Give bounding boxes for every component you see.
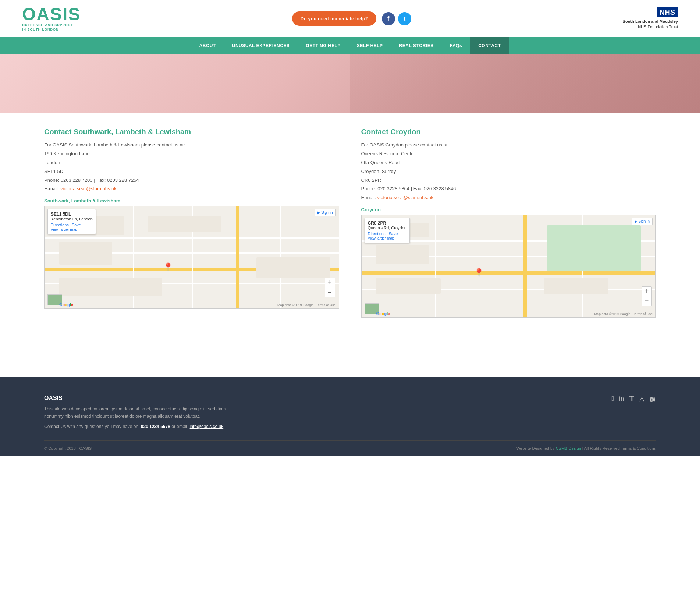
footer-phone: 020 1234 5678 xyxy=(141,424,170,429)
croydon-view-larger-link[interactable]: View larger map xyxy=(368,236,394,240)
croydon-zoom-controls: + − xyxy=(642,286,652,306)
croydon-phone: Phone: 020 3228 5864 | Fax: 020 3228 584… xyxy=(361,185,656,193)
southwark-map-link[interactable]: Southwark, Lambeth & Lewisham xyxy=(44,198,339,204)
footer-rss-icon[interactable]: ▩ xyxy=(650,395,656,403)
croydon-email-line: E-mail: victoria.sear@slam.nhs.uk xyxy=(361,194,656,202)
nav-about[interactable]: ABOUT xyxy=(191,37,224,54)
footer-instagram-icon[interactable]: △ xyxy=(639,395,644,403)
southwark-map[interactable]: 📍 SE11 5DL Kennington Ln, London Directi… xyxy=(44,206,339,309)
main-navigation: ABOUT UNUSUAL EXPERIENCES GETTING HELP S… xyxy=(0,37,700,54)
main-content: Contact Southwark, Lambeth & Lewisham Fo… xyxy=(0,113,700,332)
southwark-zoom-controls: + − xyxy=(325,278,335,297)
footer-description: This site was developed by lorem ipsum d… xyxy=(44,405,228,420)
croydon-intro: For OASIS Croydon please contact us at: xyxy=(361,141,656,149)
logo-oasis-text: OASIS xyxy=(22,6,81,23)
nhs-logo: NHS South London and Maudsley NHS Founda… xyxy=(623,7,678,30)
footer-email-link[interactable]: info@oasis.co.uk xyxy=(190,424,224,429)
site-header: OASIS OUTREACH AND SUPPORT IN SOUTH LOND… xyxy=(0,0,700,37)
croydon-signin-btn[interactable]: ▶ Sign in xyxy=(632,218,653,225)
southwark-address-line2: London xyxy=(44,159,339,167)
southwark-save-link[interactable]: Save xyxy=(72,223,81,227)
croydon-map[interactable]: 📍 CR0 2PR Queen's Rd, Croydon Directions… xyxy=(361,215,656,318)
southwark-zoom-out[interactable]: − xyxy=(325,287,335,297)
header-center: Do you need immediate help? f t xyxy=(292,11,411,26)
southwark-address-line3: SE11 5DL xyxy=(44,168,339,176)
footer-top: OASIS This site was developed by lorem i… xyxy=(44,395,656,440)
croydon-zoom-out[interactable]: − xyxy=(642,296,651,306)
nhs-badge: NHS xyxy=(657,7,678,17)
nav-unusual-experiences[interactable]: UNUSUAL EXPERIENCES xyxy=(224,37,298,54)
footer-facebook-icon[interactable]:  xyxy=(611,395,614,403)
immediate-help-button[interactable]: Do you need immediate help? xyxy=(292,11,376,26)
nav-faqs[interactable]: FAQs xyxy=(442,37,470,54)
nav-getting-help[interactable]: GETTING HELP xyxy=(298,37,349,54)
nhs-text: South London and Maudsley NHS Foundation… xyxy=(623,19,678,30)
croydon-map-infobox: CR0 2PR Queen's Rd, Croydon Directions S… xyxy=(365,218,410,243)
croydon-save-link[interactable]: Save xyxy=(388,231,398,236)
southwark-zoom-in[interactable]: + xyxy=(325,278,335,287)
footer-contact-info: Contact Us with any questions you may ha… xyxy=(44,424,228,429)
croydon-zoom-in[interactable]: + xyxy=(642,287,651,296)
croydon-address-line1: Queens Resource Centre xyxy=(361,150,656,158)
southwark-signin-btn[interactable]: ▶ Sign in xyxy=(315,209,335,216)
croydon-email-link[interactable]: victoria.sear@slam.nhs.uk xyxy=(377,195,434,200)
croydon-google-logo: Google xyxy=(376,311,390,316)
southwark-intro: For OASIS Southwark, Lambeth & Lewisham … xyxy=(44,141,339,149)
southwark-map-infobox: SE11 5DL Kennington Ln, London Direction… xyxy=(47,209,96,234)
southwark-title: Contact Southwark, Lambeth & Lewisham xyxy=(44,128,339,136)
contact-southwark: Contact Southwark, Lambeth & Lewisham Fo… xyxy=(44,128,339,318)
facebook-icon[interactable]: f xyxy=(382,12,395,25)
croydon-directions-link[interactable]: Directions xyxy=(368,231,386,236)
southwark-google-logo: Google xyxy=(59,303,73,307)
footer-copyright: © Copyright 2018 - OASIS xyxy=(44,446,92,450)
footer-designer-link[interactable]: CSMB Design xyxy=(556,446,581,450)
croydon-address-line3: Croydon, Surrey xyxy=(361,168,656,176)
southwark-directions-link[interactable]: Directions xyxy=(51,223,69,227)
southwark-view-larger-link[interactable]: View larger map xyxy=(51,227,77,231)
southwark-address-line1: 190 Kennington Lane xyxy=(44,150,339,158)
nav-self-help[interactable]: SELF HELP xyxy=(349,37,391,54)
footer-designed-by: Website Designed by CSMB Design | All Ri… xyxy=(516,446,656,450)
footer-bottom: © Copyright 2018 - OASIS Website Designe… xyxy=(44,440,656,456)
southwark-email-link[interactable]: victoria.sear@slam.nhs.uk xyxy=(60,186,117,191)
croydon-address-line4: CR0 2PR xyxy=(361,177,656,184)
croydon-title: Contact Croydon xyxy=(361,128,656,136)
footer-brand: OASIS This site was developed by lorem i… xyxy=(44,395,228,429)
logo-tagline: OUTREACH AND SUPPORT IN SOUTH LONDON xyxy=(22,23,81,32)
hero-banner xyxy=(0,54,700,113)
logo-area: OASIS OUTREACH AND SUPPORT IN SOUTH LOND… xyxy=(22,6,81,32)
southwark-email-line: E-mail: victoria.sear@slam.nhs.uk xyxy=(44,185,339,193)
croydon-map-pin: 📍 xyxy=(473,268,484,278)
twitter-icon[interactable]: t xyxy=(398,12,411,25)
croydon-map-footer: Map data ©2019 Google Terms of Use xyxy=(594,312,653,316)
croydon-address-line2: 66a Queens Road xyxy=(361,159,656,167)
contact-croydon: Contact Croydon For OASIS Croydon please… xyxy=(361,128,656,318)
southwark-map-pin: 📍 xyxy=(163,262,174,273)
site-footer: OASIS This site was developed by lorem i… xyxy=(0,377,700,456)
footer-linkedin-icon[interactable]: in xyxy=(619,395,624,403)
footer-twitter-icon[interactable]: 𝕋 xyxy=(629,395,634,403)
nav-real-stories[interactable]: REAL STORIES xyxy=(391,37,442,54)
footer-social-icons:  in 𝕋 △ ▩ xyxy=(611,395,656,403)
southwark-map-footer: Map data ©2019 Google Terms of Use xyxy=(277,303,336,307)
southwark-phone: Phone: 0203 228 7200 | Fax: 0203 228 725… xyxy=(44,177,339,184)
nav-contact[interactable]: CONTACT xyxy=(470,37,509,54)
footer-brand-name: OASIS xyxy=(44,395,228,402)
croydon-map-link[interactable]: Croydon xyxy=(361,207,656,212)
logo: OASIS OUTREACH AND SUPPORT IN SOUTH LOND… xyxy=(22,6,81,32)
social-icons: f t xyxy=(382,12,411,25)
